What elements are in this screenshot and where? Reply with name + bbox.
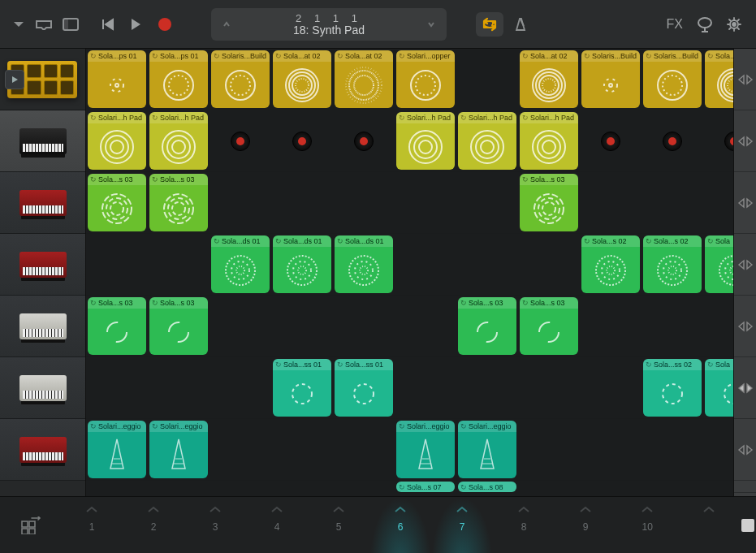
clip[interactable]: ↻Sola...ss 01	[335, 359, 393, 417]
clip-cell[interactable]	[580, 419, 642, 481]
clip-cell[interactable]	[271, 172, 333, 234]
inbox-icon[interactable]	[32, 12, 55, 37]
record-slot[interactable]	[335, 112, 393, 170]
clip-cell[interactable]: ↻Solari...h Pad	[148, 110, 210, 172]
clip[interactable]: ↻Sola...s 03	[88, 297, 146, 355]
clip-cell[interactable]: ↻Sola...s 03	[518, 172, 580, 234]
clip-cell[interactable]	[703, 419, 733, 481]
clip-cell[interactable]: ↻Sola...at 02	[703, 49, 733, 110]
clip[interactable]: ↻Solari...eggio	[458, 421, 516, 478]
clip-cell[interactable]: ↻Sola...s 03	[148, 296, 210, 357]
settings-icon[interactable]	[722, 12, 746, 37]
clip[interactable]: ↻Sola...s 02	[643, 235, 702, 293]
clip-cell[interactable]: ↻Sola...s 02	[580, 234, 642, 296]
clip[interactable]: ↻Sola...at 02	[273, 50, 331, 108]
clip-cell[interactable]	[456, 172, 518, 234]
stop-all-button[interactable]	[740, 497, 756, 553]
clip-cell[interactable]	[642, 296, 703, 357]
clip[interactable]: ↻Solari...h Pad	[88, 112, 146, 170]
clip[interactable]: ↻Sola...ps 01	[149, 50, 208, 108]
clip-cell[interactable]	[642, 481, 703, 493]
clip[interactable]: ↻Solari...h Pad	[520, 112, 578, 170]
clip-cell[interactable]	[210, 419, 271, 481]
clip-cell[interactable]	[333, 419, 395, 481]
clip[interactable]: ↻Solaris...Build	[211, 50, 270, 108]
clip[interactable]: ↻Sola...s 03	[149, 174, 208, 231]
scene-trigger[interactable]: 5	[308, 497, 369, 553]
clip-cell[interactable]	[333, 110, 395, 172]
clip[interactable]: ↻Sola...s 03	[149, 297, 208, 355]
scene-trigger[interactable]: 7	[431, 497, 493, 553]
clip-cell[interactable]	[395, 296, 456, 357]
clip[interactable]: ↻Sola...s 03	[520, 174, 578, 231]
row-trigger[interactable]	[734, 172, 756, 234]
clip-cell[interactable]: ↻Sola...ds 01	[271, 234, 333, 296]
row-trigger[interactable]	[734, 357, 756, 419]
clip-cell[interactable]: ↻Solaris...Build	[580, 49, 642, 110]
clip-cell[interactable]: ↻Sola	[703, 234, 733, 296]
clip-cell[interactable]	[148, 357, 210, 419]
track-row[interactable]	[0, 357, 85, 419]
clip-cell[interactable]: ↻Sola...s 08	[456, 481, 518, 493]
clip-cell[interactable]: ↻Sola...s 03	[86, 172, 148, 234]
clip-cell[interactable]: ↻Solari...eggio	[148, 419, 210, 481]
clip-cell[interactable]	[86, 481, 148, 493]
clip-cell[interactable]: ↻Solari...h Pad	[86, 110, 148, 172]
clip-cell[interactable]	[456, 357, 518, 419]
clip-cell[interactable]	[86, 357, 148, 419]
clip-cell[interactable]: ↻Sola...at 02	[518, 49, 580, 110]
clip[interactable]: ↻Sola...ds 01	[335, 235, 393, 293]
lcd-display[interactable]: 2 1 1 1 18: Synth Pad	[211, 8, 447, 41]
clip-cell[interactable]: ↻Sola	[703, 357, 733, 419]
clip-cell[interactable]	[518, 419, 580, 481]
scene-trigger[interactable]: 3	[184, 497, 246, 553]
clip[interactable]: ↻Sola...ss 01	[273, 359, 331, 417]
clip[interactable]: ↻Sola...s 03	[520, 297, 578, 355]
clip[interactable]: ↻Solari...h Pad	[149, 112, 208, 170]
clip-cell[interactable]	[642, 110, 703, 172]
clip[interactable]: ↻Solari...eggio	[149, 421, 208, 478]
clip[interactable]: ↻Sola	[705, 359, 733, 417]
clip-cell[interactable]	[86, 234, 148, 296]
clip-cell[interactable]: ↻Sola...ds 01	[333, 234, 395, 296]
clip[interactable]: ↻Sola...ds 01	[273, 235, 331, 293]
clip-cell[interactable]: ↻Sola...ps 01	[86, 49, 148, 110]
fx-button[interactable]: FX	[662, 12, 688, 37]
clip-cell[interactable]: ↻Solaris...Build	[642, 49, 703, 110]
record-slot[interactable]	[643, 112, 702, 170]
clip-cell[interactable]	[210, 481, 271, 493]
clip[interactable]: ↻Sola...at 02	[335, 50, 393, 108]
clip-cell[interactable]: ↻Solari...eggio	[395, 419, 456, 481]
clip[interactable]: ↻Solaris...Build	[581, 50, 640, 108]
row-trigger[interactable]	[734, 110, 756, 172]
clip-cell[interactable]	[518, 481, 580, 493]
scene-trigger[interactable]: 6	[369, 497, 431, 553]
clip-cell[interactable]	[271, 419, 333, 481]
record-slot[interactable]	[211, 112, 270, 170]
clip-cell[interactable]	[271, 296, 333, 357]
row-trigger[interactable]	[734, 234, 756, 296]
clip-cell[interactable]	[210, 110, 271, 172]
clip[interactable]: ↻Sola...s 03	[458, 297, 516, 355]
clip-cell[interactable]: ↻Sola...s 07	[395, 481, 456, 493]
clip[interactable]: ↻Sola...s 07	[396, 482, 455, 492]
row-trigger[interactable]	[734, 49, 756, 110]
lcd-prev-icon[interactable]	[219, 19, 234, 30]
clip-cell[interactable]: ↻Solaris...Build	[210, 49, 271, 110]
lcd-next-icon[interactable]	[424, 19, 438, 30]
clip-cell[interactable]: ↻Sola...s 03	[86, 296, 148, 357]
master-channel-icon[interactable]	[693, 12, 717, 37]
scene-trigger[interactable]: 9	[555, 497, 616, 553]
play-all-icon[interactable]	[5, 70, 24, 89]
clip-cell[interactable]	[395, 234, 456, 296]
clip-cell[interactable]: ↻Sola...s 02	[642, 234, 703, 296]
clip-cell[interactable]	[580, 357, 642, 419]
scene-trigger[interactable]: 2	[123, 497, 184, 553]
clip[interactable]: ↻Sola...s 03	[88, 174, 146, 231]
scene-trigger[interactable]: 1	[61, 497, 123, 553]
scene-trigger[interactable]: 10	[616, 497, 678, 553]
clip-cell[interactable]	[456, 234, 518, 296]
track-row[interactable]	[0, 110, 85, 172]
clip-cell[interactable]	[580, 296, 642, 357]
track-row[interactable]	[0, 419, 85, 481]
